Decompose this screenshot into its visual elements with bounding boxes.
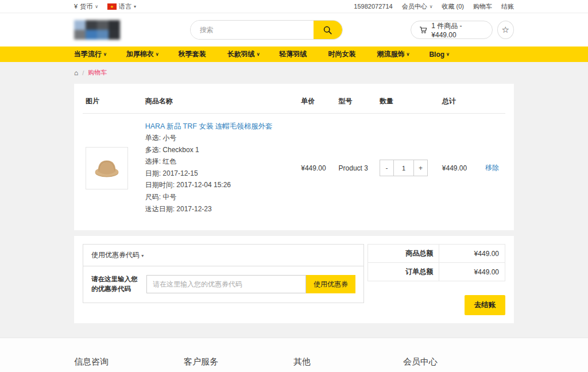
currency-selector[interactable]: ¥ 货币 ∨ [74,2,98,11]
product-model: Product 3 [336,114,377,223]
product-option: 送达日期: 2017-12-23 [145,204,296,215]
product-option: 选择: 红色 [145,156,296,167]
quantity-decrease-button[interactable]: - [380,160,394,176]
wishlist-link[interactable]: 收藏 (0) [442,2,465,11]
totals-row-subtotal: 商品总额 ¥449.00 [368,245,505,263]
footer: 信息咨询 ›关于我们 ›配送信息 ›隐私政策 ›使用条款 客户服务 ›联系我们 … [0,338,588,372]
totals-row-order-total: 订单总额 ¥449.00 [368,263,505,281]
nav-item-padded-coats[interactable]: 加厚棉衣∨ [126,49,159,59]
chevron-down-icon: ∨ [103,52,107,57]
nav-item-season-trends[interactable]: 当季流行∨ [74,49,107,59]
language-selector[interactable]: ★ 语言 ▾ [107,2,136,11]
header: 1 件商品 - ¥449.00 ☆ [0,13,588,46]
breadcrumb-separator: / [82,69,84,76]
order-total-label: 订单总额 [368,263,439,281]
footer-column-extras: 其他 ›品牌专区 ›礼品券 ›联盟会员 ›特别优惠 [293,352,403,372]
caret-down-icon: ▾ [134,4,136,9]
coupon-panel: 使用优惠券代码 ▾ 请在这里输入您的优惠券代码 使用优惠券 [83,244,364,303]
footer-column-title: 其他 [293,356,403,367]
col-header-quantity: 数量 [377,92,439,114]
col-header-unit-price: 单价 [298,92,335,114]
nav-item-fashion-women[interactable]: 时尚女装 [328,49,358,59]
cart-summary-button[interactable]: 1 件商品 - ¥449.00 [411,21,493,39]
cart-item-row: HARA 新品 TRF 女装 连帽毛领棉服外套 单选: 小号 多选: Check… [83,114,505,223]
home-icon[interactable]: ⌂ [74,69,78,77]
col-header-name: 商品名称 [142,92,299,114]
footer-column-customer-service: 客户服务 ›联系我们 ›退换服务 ›网站地图 [184,352,293,372]
cart-table-card: 图片 商品名称 单价 型号 数量 总计 [74,84,514,230]
currency-symbol-icon: ¥ [74,3,78,10]
product-option: 单选: 小号 [145,133,296,144]
subtotal-value: ¥449.00 [439,245,505,263]
nav-item-autumn-sets[interactable]: 秋季套装 [179,49,208,59]
product-thumbnail[interactable] [86,147,128,189]
coupon-panel-toggle[interactable]: 使用优惠券代码 ▾ [83,245,363,266]
order-totals: 商品总额 ¥449.00 订单总额 ¥449.00 去结账 [368,244,505,315]
remove-item-link[interactable]: 移除 [485,164,499,172]
apply-coupon-button[interactable]: 使用优惠券 [306,275,355,293]
footer-column-information: 信息咨询 ›关于我们 ›配送信息 ›隐私政策 ›使用条款 [74,352,184,372]
cart-table: 图片 商品名称 单价 型号 数量 总计 [83,92,505,222]
footer-column-title: 客户服务 [184,356,293,367]
search-bar [190,20,343,40]
coupon-field-label: 请在这里输入您的优惠券代码 [91,274,140,294]
search-icon [323,25,332,35]
nav-item-trend-apparel[interactable]: 潮流服饰∨ [377,49,410,59]
main-navigation: 当季流行∨ 加厚棉衣∨ 秋季套装 长款羽绒∨ 轻薄羽绒 时尚女装 潮流服饰∨ B… [0,46,588,62]
search-button[interactable] [314,20,342,40]
account-label: 会员中心 [402,2,427,11]
col-header-model: 型号 [336,92,377,114]
footer-column-title: 会员中心 [403,356,513,367]
china-flag-icon: ★ [107,3,117,10]
phone-number: 15982072714 [354,3,392,10]
chevron-down-icon: ∨ [257,52,260,57]
store-logo[interactable] [74,20,127,40]
chevron-down-icon: ∨ [446,52,450,57]
search-input[interactable] [191,21,314,39]
product-option: 日期: 2017-12-15 [145,168,296,179]
star-icon: ☆ [502,25,509,35]
product-option: 尺码: 中号 [145,192,296,203]
footer-column-account: 会员中心 ›会员中心 ›历史订单 ›收藏列表 ›订阅咨询 [403,352,513,372]
unit-price: ¥449.00 [298,114,335,223]
topbar: ¥ 货币 ∨ ★ 语言 ▾ 15982072714 会员中心 ∨ 收藏 (0) … [0,0,588,13]
col-header-total: 总计 [439,92,482,114]
breadcrumb-cart[interactable]: 购物车 [88,68,107,77]
nav-item-long-down[interactable]: 长款羽绒∨ [227,49,260,59]
account-menu[interactable]: 会员中心 ∨ [402,2,433,11]
nav-item-blog[interactable]: Blog∨ [429,51,450,59]
checkout-link[interactable]: 结账 [501,2,514,11]
footer-column-title: 信息咨询 [74,356,184,367]
chevron-down-icon: ∨ [95,4,98,9]
cart-summary-label: 1 件商品 - ¥449.00 [431,21,483,39]
wishlist-button[interactable]: ☆ [497,21,514,39]
line-total: ¥449.00 [439,114,482,223]
cart-link[interactable]: 购物车 [473,2,492,11]
coupon-code-input[interactable] [146,275,306,293]
chevron-down-icon: ∨ [407,52,410,57]
product-name-link[interactable]: HARA 新品 TRF 女装 连帽毛领棉服外套 [145,122,273,130]
cart-icon [419,25,428,34]
breadcrumb: ⌂ / 购物车 [74,62,514,84]
main-content: ⌂ / 购物车 图片 商品名称 单价 型号 数量 总计 [0,62,588,338]
currency-label: 货币 [80,2,92,11]
caret-down-icon: ▾ [141,253,144,258]
checkout-button[interactable]: 去结账 [465,295,506,315]
quantity-input[interactable] [394,160,413,176]
quantity-stepper: - + [380,160,436,176]
order-total-value: ¥449.00 [439,263,505,281]
chevron-down-icon: ∨ [156,52,159,57]
chevron-down-icon: ∨ [430,4,433,9]
product-option: 多选: Checkbox 1 [145,145,296,156]
language-label: 语言 [119,2,131,11]
subtotal-label: 商品总额 [368,245,439,263]
straw-hat-image [90,152,123,185]
quantity-increase-button[interactable]: + [413,160,428,176]
product-option: 日期时间: 2017-12-04 15:26 [145,180,296,191]
product-name: HARA 新品 TRF 女装 连帽毛领棉服外套 [145,122,296,131]
col-header-image: 图片 [83,92,142,114]
nav-item-light-down[interactable]: 轻薄羽绒 [280,49,309,59]
cart-summary-card: 使用优惠券代码 ▾ 请在这里输入您的优惠券代码 使用优惠券 商品总额 ¥449.… [74,236,514,323]
